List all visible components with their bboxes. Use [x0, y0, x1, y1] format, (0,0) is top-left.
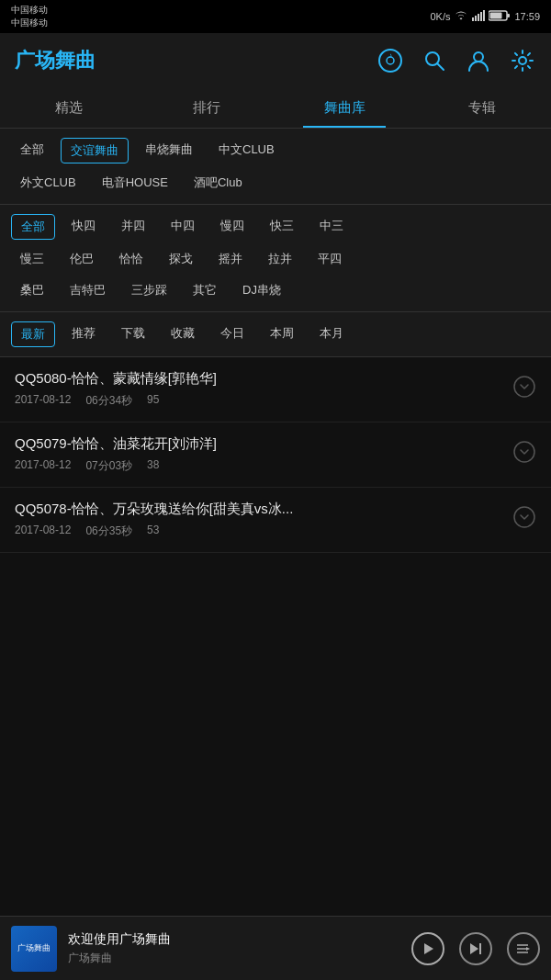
dance-labing[interactable]: 拉并 [259, 247, 301, 271]
filter-dianyin[interactable]: 电音HOUSE [93, 171, 177, 195]
dance-zhongsi[interactable]: 中四 [162, 214, 204, 240]
sort-month[interactable]: 本月 [310, 321, 353, 347]
svg-rect-6 [507, 14, 510, 17]
sort-newest[interactable]: 最新 [11, 321, 55, 347]
filter-jiaoyiwuqu[interactable]: 交谊舞曲 [61, 138, 129, 163]
song-downloads-2: 38 [147, 458, 159, 474]
player-thumbnail-text: 广场舞曲 [17, 943, 51, 954]
network-speed: 0K/s [430, 11, 450, 22]
song-duration-1: 06分34秒 [85, 393, 132, 409]
song-duration-3: 06分35秒 [85, 524, 132, 539]
svg-rect-2 [478, 14, 479, 21]
app-title: 广场舞曲 [15, 47, 96, 74]
app-header: 广场舞曲 ♪ [0, 33, 551, 88]
svg-point-16 [514, 442, 534, 462]
song-item[interactable]: QQ5080-恰恰、蒙藏情缘[郭艳华] 2017-08-12 06分34秒 95 [0, 357, 551, 422]
wifi-icon [454, 10, 468, 23]
filter-all[interactable]: 全部 [11, 138, 53, 163]
svg-line-12 [437, 63, 444, 70]
dance-pingsi[interactable]: 平四 [309, 247, 351, 271]
dance-mansi[interactable]: 慢四 [211, 214, 253, 240]
tab-library[interactable]: 舞曲库 [276, 88, 413, 128]
carrier1: 中国移动 [11, 4, 48, 17]
time: 17:59 [514, 11, 540, 22]
song-expand-1[interactable] [512, 375, 536, 404]
header-icons: ♪ [377, 47, 536, 74]
svg-rect-3 [480, 12, 482, 21]
song-duration-2: 07分03秒 [85, 458, 132, 474]
sort-recommend[interactable]: 推荐 [62, 321, 105, 347]
dance-bingsi[interactable]: 并四 [112, 214, 154, 240]
dance-tange[interactable]: 探戈 [160, 247, 202, 271]
song-downloads-1: 95 [147, 393, 159, 409]
tab-featured[interactable]: 精选 [0, 88, 138, 128]
song-meta-1: 2017-08-12 06分34秒 95 [15, 393, 503, 409]
user-icon[interactable] [465, 47, 492, 74]
tab-ranking[interactable]: 排行 [138, 88, 276, 128]
dance-sangba[interactable]: 桑巴 [11, 278, 53, 302]
play-button[interactable] [411, 932, 444, 965]
filter-waiwen-club[interactable]: 外文CLUB [11, 171, 85, 195]
sort-favorite[interactable]: 收藏 [162, 321, 204, 347]
sort-filters: 最新 推荐 下载 收藏 今日 本周 本月 [0, 312, 551, 357]
dance-yaobing[interactable]: 摇并 [209, 247, 252, 271]
song-info-1: QQ5080-恰恰、蒙藏情缘[郭艳华] 2017-08-12 06分34秒 95 [15, 370, 503, 409]
dance-sanbucai[interactable]: 三步踩 [122, 278, 176, 302]
dance-row-1: 全部 快四 并四 中四 慢四 快三 中三 [11, 214, 540, 240]
filter-zhongwen-club[interactable]: 中文CLUB [209, 138, 284, 163]
category-filters: 全部 交谊舞曲 串烧舞曲 中文CLUB 外文CLUB 电音HOUSE 酒吧Clu… [0, 129, 551, 205]
dance-lunba[interactable]: 伦巴 [61, 247, 103, 271]
dance-djchuanshao[interactable]: DJ串烧 [233, 278, 290, 302]
dance-kuaisan[interactable]: 快三 [261, 214, 303, 240]
song-info-3: QQ5078-恰恰、万朵玫瑰送给你[甜美真vs冰... 2017-08-12 0… [15, 501, 503, 539]
song-item[interactable]: QQ5079-恰恰、油菜花开[刘沛洋] 2017-08-12 07分03秒 38 [0, 422, 551, 488]
song-date-2: 2017-08-12 [15, 458, 71, 474]
tab-album[interactable]: 专辑 [413, 88, 551, 128]
dance-mansan[interactable]: 慢三 [11, 247, 53, 271]
player-title-area: 欢迎使用广场舞曲 广场舞曲 [68, 931, 411, 966]
dance-zhongsan[interactable]: 中三 [310, 214, 353, 240]
svg-point-15 [514, 377, 534, 397]
dance-qita[interactable]: 其它 [184, 278, 226, 302]
song-item[interactable]: QQ5078-恰恰、万朵玫瑰送给你[甜美真vs冰... 2017-08-12 0… [0, 488, 551, 553]
svg-marker-18 [424, 943, 433, 954]
next-button[interactable] [459, 932, 492, 965]
filter-jiuba[interactable]: 酒吧Club [185, 171, 252, 195]
player-main-title: 欢迎使用广场舞曲 [68, 931, 411, 948]
category-row-2: 外文CLUB 电音HOUSE 酒吧Club [11, 171, 540, 195]
dance-all[interactable]: 全部 [11, 214, 55, 240]
song-date-3: 2017-08-12 [15, 524, 71, 539]
svg-rect-1 [475, 16, 477, 21]
svg-point-13 [474, 52, 483, 62]
sort-download[interactable]: 下载 [112, 321, 154, 347]
song-expand-3[interactable] [512, 505, 536, 535]
carrier-info: 中国移动 中国移动 [11, 4, 48, 29]
sort-week[interactable]: 本周 [261, 321, 303, 347]
dance-row-2: 慢三 伦巴 恰恰 探戈 摇并 拉并 平四 [11, 247, 540, 271]
filter-chuanshao[interactable]: 串烧舞曲 [136, 138, 202, 163]
signal-icon [472, 10, 485, 23]
svg-rect-20 [479, 943, 481, 954]
status-bar: 中国移动 中国移动 0K/s [0, 0, 551, 33]
dance-kuaisi[interactable]: 快四 [62, 214, 105, 240]
player-subtitle: 广场舞曲 [68, 951, 411, 966]
battery-icon [489, 10, 511, 23]
song-expand-2[interactable] [512, 440, 536, 469]
disc-icon[interactable]: ♪ [377, 47, 404, 74]
sort-today[interactable]: 今日 [211, 321, 253, 347]
bottom-player: 广场舞曲 欢迎使用广场舞曲 广场舞曲 [0, 916, 551, 980]
svg-text:♪: ♪ [388, 51, 392, 60]
song-info-2: QQ5079-恰恰、油菜花开[刘沛洋] 2017-08-12 07分03秒 38 [15, 435, 503, 474]
carrier2: 中国移动 [11, 17, 48, 29]
settings-icon[interactable] [509, 47, 536, 74]
dance-qiaqia[interactable]: 恰恰 [110, 247, 152, 271]
playlist-button[interactable] [507, 932, 540, 965]
svg-point-17 [514, 507, 534, 527]
dance-row-3: 桑巴 吉特巴 三步踩 其它 DJ串烧 [11, 278, 540, 302]
status-right: 0K/s 17:59 [430, 10, 540, 23]
song-date-1: 2017-08-12 [15, 393, 71, 409]
dance-jiteba[interactable]: 吉特巴 [61, 278, 115, 302]
search-icon[interactable] [421, 47, 448, 74]
song-title-3: QQ5078-恰恰、万朵玫瑰送给你[甜美真vs冰... [15, 501, 503, 518]
player-controls [411, 932, 540, 965]
